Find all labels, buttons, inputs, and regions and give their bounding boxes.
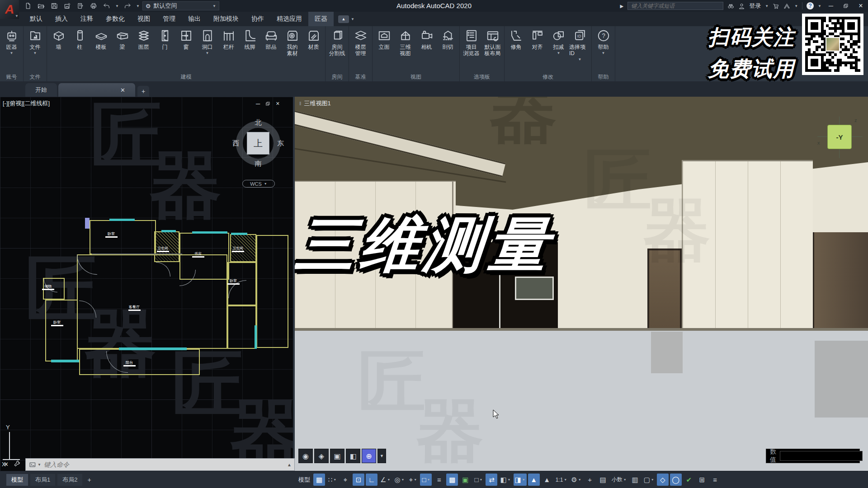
- tab-start[interactable]: 开始: [25, 83, 57, 97]
- view-controls-icon[interactable]: ◉: [298, 449, 313, 463]
- lock-ui-icon[interactable]: ▢▼: [642, 474, 656, 486]
- ribbon-tool[interactable]: 栏杆: [218, 29, 239, 50]
- ribbon-tool[interactable]: 墙: [48, 29, 69, 50]
- fullscreen-icon[interactable]: ⊞: [696, 474, 708, 486]
- axis-badge[interactable]: -Y: [827, 125, 852, 149]
- ribbon-tool[interactable]: 梁: [112, 29, 133, 50]
- dynamic-input-icon[interactable]: ⊡: [353, 474, 364, 486]
- ribbon-tool[interactable]: 部品: [260, 29, 282, 50]
- plot-icon[interactable]: [89, 1, 98, 10]
- command-history-icon[interactable]: ▲: [287, 462, 292, 467]
- view-compass[interactable]: 北 南 西 东 上: [236, 121, 280, 165]
- isolate-objects-icon[interactable]: ◇: [657, 474, 669, 486]
- app-menu-button[interactable]: A ▼: [0, 0, 19, 19]
- ribbon-tab-10[interactable]: 精选应用: [270, 12, 308, 26]
- save-icon[interactable]: [50, 1, 59, 10]
- new-file-icon[interactable]: [24, 1, 33, 10]
- compass-top-face[interactable]: 上: [247, 132, 269, 155]
- workspace-selector[interactable]: ⚙ 默认空间 ▼: [142, 1, 219, 10]
- snap-mode-icon[interactable]: ∷▼: [326, 474, 338, 486]
- model-display-icon[interactable]: ◧: [346, 449, 360, 463]
- annotation-scale-label[interactable]: 1:1▼: [554, 474, 569, 486]
- ribbon-tool[interactable]: 窗: [175, 29, 197, 50]
- selection-filter-icon[interactable]: ◧▼: [499, 474, 512, 486]
- ribbon-tab-5[interactable]: 视图: [131, 12, 156, 26]
- osnap-3d-icon[interactable]: □▼: [472, 474, 484, 486]
- chevron-down-icon[interactable]: ▼: [136, 4, 140, 8]
- object-snap-icon[interactable]: □▼: [420, 474, 432, 486]
- ribbon-tab-2[interactable]: 插入: [49, 12, 74, 26]
- ribbon-tool[interactable]: 相机: [416, 29, 437, 50]
- units-label[interactable]: 小数▼: [610, 474, 628, 486]
- redo-icon[interactable]: [123, 1, 132, 10]
- grid-display-icon[interactable]: ▦: [313, 474, 325, 486]
- sheet-set-icon[interactable]: [76, 1, 85, 10]
- ribbon-tool[interactable]: 我的素材: [282, 29, 303, 56]
- expand-arrow-icon[interactable]: ▶: [620, 4, 624, 9]
- ribbon-tab-9[interactable]: 协作: [245, 12, 270, 26]
- ribbon-tab-8[interactable]: 附加模块: [207, 12, 245, 26]
- dynamic-ucs-icon[interactable]: ⇄: [486, 474, 497, 486]
- new-layout-button[interactable]: +: [85, 476, 94, 483]
- viewport-close-icon[interactable]: ×: [276, 100, 279, 107]
- ribbon-tool[interactable]: 线脚: [239, 29, 260, 50]
- help-search-box[interactable]: [627, 2, 723, 10]
- ribbon-tool[interactable]: 门: [154, 29, 175, 50]
- chevron-down-icon[interactable]: ▼: [115, 4, 119, 8]
- chevron-down-icon[interactable]: ▼: [765, 4, 769, 8]
- ribbon-tool[interactable]: 三维视图: [395, 29, 416, 56]
- ribbon-tool[interactable]: 文件▼: [24, 29, 46, 56]
- ribbon-tab-4[interactable]: 参数化: [99, 12, 131, 26]
- osnap-tracking-icon[interactable]: ⌖▼: [407, 474, 419, 486]
- ribbon-tool[interactable]: 匠器▼: [1, 29, 22, 56]
- ribbon-tool[interactable]: 立面: [373, 29, 395, 50]
- user-icon[interactable]: [738, 3, 745, 9]
- compass-south[interactable]: 南: [255, 160, 262, 168]
- ribbon-tool[interactable]: 楼层管理: [350, 29, 371, 56]
- viewport-title[interactable]: ‖ 三维视图1: [299, 99, 331, 108]
- ribbon-tool[interactable]: 项目浏览器: [461, 29, 482, 56]
- layout-tab-1[interactable]: 模型: [6, 474, 28, 486]
- app-store-cart-icon[interactable]: [773, 3, 779, 9]
- compass-west[interactable]: 西: [232, 139, 239, 148]
- command-close-icon[interactable]: ✕: [4, 461, 9, 468]
- floor-plan[interactable]: 卧室 卫生间 书房 卫生间 卧室 储物 卧室 客餐厅 阳台: [34, 210, 269, 392]
- annotation-monitor-icon[interactable]: +: [584, 474, 596, 486]
- close-icon[interactable]: ✕: [120, 87, 125, 94]
- value-input[interactable]: [780, 451, 863, 461]
- graphics-performance-icon[interactable]: ✔: [683, 474, 695, 486]
- chevron-down-icon[interactable]: ▼: [818, 4, 821, 8]
- ortho-mode-icon[interactable]: ∟: [366, 474, 377, 486]
- save-as-icon[interactable]: [63, 1, 72, 10]
- search-icon[interactable]: [727, 3, 734, 9]
- command-icon[interactable]: ▼: [28, 461, 41, 468]
- units-list-icon[interactable]: ▤: [597, 474, 609, 486]
- ribbon-tool[interactable]: 帮助▼: [593, 29, 614, 56]
- wcs-selector[interactable]: WCS ▼: [242, 180, 275, 188]
- ribbon-tab-3[interactable]: 注释: [74, 12, 99, 26]
- undo-icon[interactable]: [102, 1, 111, 10]
- workspace-gear-icon[interactable]: ⚙▼: [570, 474, 582, 486]
- selection-cycling-icon[interactable]: ▣: [459, 474, 471, 486]
- ribbon-tool[interactable]: 对齐: [527, 29, 548, 50]
- polar-tracking-icon[interactable]: ∠▼: [379, 474, 392, 486]
- tab-drawing[interactable]: ✕: [58, 83, 135, 97]
- hardware-accel-icon[interactable]: ◯: [670, 474, 682, 486]
- search-input[interactable]: [630, 2, 721, 9]
- transparency-icon[interactable]: ▩: [446, 474, 458, 486]
- chevron-down-icon[interactable]: ▼: [377, 449, 386, 463]
- media-button[interactable]: ▲ ▼: [338, 12, 354, 26]
- open-folder-icon[interactable]: [37, 1, 46, 10]
- ribbon-tool[interactable]: 扣减▼: [548, 29, 569, 56]
- restore-button[interactable]: [840, 1, 851, 10]
- selected-object[interactable]: [85, 218, 90, 229]
- close-button[interactable]: ×: [855, 1, 866, 10]
- ribbon-tool[interactable]: 柱: [69, 29, 90, 50]
- ribbon-tab-1[interactable]: 默认: [24, 12, 49, 26]
- ribbon-tool[interactable]: 房间分割线: [326, 29, 348, 56]
- ribbon-tool[interactable]: 洞口▼: [197, 29, 218, 56]
- ribbon-tool[interactable]: 楼板: [90, 29, 112, 50]
- autoscale-icon[interactable]: ▲: [541, 474, 553, 486]
- annotation-visibility-icon[interactable]: ▲: [528, 474, 540, 486]
- infer-constraints-icon[interactable]: ⌖: [340, 474, 351, 486]
